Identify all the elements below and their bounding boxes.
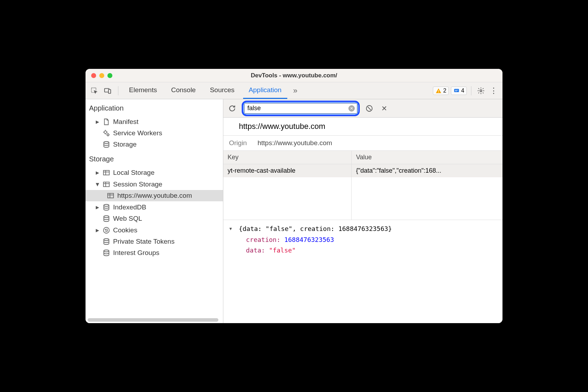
svg-rect-6: [455, 90, 458, 90]
sidebar-item-websql[interactable]: Web SQL: [86, 213, 223, 224]
database-icon: [102, 215, 110, 222]
svg-rect-4: [438, 92, 439, 93]
window-title: DevTools - www.youtube.com/: [86, 72, 502, 79]
svg-point-15: [104, 204, 109, 206]
refresh-icon[interactable]: [227, 103, 237, 114]
tab-sources[interactable]: Sources: [204, 82, 240, 99]
svg-point-10: [107, 134, 109, 136]
json-entry[interactable]: data: "false": [229, 245, 497, 256]
tree-label: IndexedDB: [113, 203, 146, 211]
tree-label: Interest Groups: [113, 249, 159, 257]
inspect-element-icon[interactable]: [89, 85, 100, 96]
svg-point-18: [105, 229, 106, 230]
svg-point-11: [104, 142, 109, 144]
svg-point-21: [107, 230, 108, 231]
origin-label: Origin: [229, 139, 247, 147]
file-icon: [102, 118, 110, 126]
origin-header: https://www.youtube.com: [223, 118, 502, 136]
svg-rect-14: [108, 194, 114, 198]
sidebar-item-local-storage[interactable]: ▸ Local Storage: [86, 167, 223, 178]
svg-point-17: [104, 227, 110, 233]
traffic-lights: [86, 73, 112, 78]
json-value: 1688476323563: [284, 236, 334, 243]
table-icon: [107, 192, 114, 200]
database-icon: [102, 203, 110, 211]
tree-label: Session Storage: [113, 180, 162, 188]
svg-point-20: [106, 231, 106, 231]
origin-value: https://www.youtube.com: [258, 139, 332, 147]
minimize-window-button[interactable]: [99, 73, 104, 78]
delete-icon[interactable]: ✕: [379, 103, 389, 114]
sidebar-item-session-storage[interactable]: ▾ Session Storage: [86, 178, 223, 190]
table-empty-area[interactable]: [223, 177, 502, 220]
tab-application[interactable]: Application: [243, 82, 287, 99]
expand-arrow-icon[interactable]: ▸: [225, 227, 236, 231]
more-tabs-icon[interactable]: »: [290, 85, 301, 96]
sidebar-item-service-workers[interactable]: Service Workers: [86, 127, 223, 139]
filter-bar: ✕ ✕: [223, 99, 502, 118]
main-panel: ✕ ✕ https://www.youtube.com Origin https…: [223, 99, 502, 323]
kebab-menu-icon[interactable]: ⋮: [488, 85, 499, 96]
filter-input[interactable]: [244, 103, 357, 114]
clear-filter-icon[interactable]: ✕: [348, 105, 355, 112]
cell-key: yt-remote-cast-available: [223, 164, 352, 177]
table-icon: [102, 169, 110, 177]
tree-label: https://www.youtube.com: [117, 192, 192, 200]
close-window-button[interactable]: [91, 73, 96, 78]
section-storage: Storage: [86, 150, 223, 167]
sidebar-item-storage[interactable]: Storage: [86, 139, 223, 150]
warnings-badge[interactable]: 2: [433, 87, 449, 95]
toolbar: Elements Console Sources Application » 2…: [86, 82, 502, 99]
titlebar: DevTools - www.youtube.com/: [86, 69, 502, 82]
origin-row: Origin https://www.youtube.com: [223, 136, 502, 151]
json-entry[interactable]: creation: 1688476323563: [229, 234, 497, 245]
svg-rect-3: [438, 90, 439, 91]
svg-rect-13: [104, 182, 110, 186]
json-preview: ▸ {data: "false", creation: 168847632356…: [223, 220, 502, 260]
toolbar-right: 2 4 ⋮: [433, 85, 499, 96]
sidebar-item-manifest[interactable]: ▸ Manifest: [86, 116, 223, 127]
database-icon: [102, 141, 110, 148]
horizontal-scrollbar[interactable]: [88, 318, 218, 322]
tree-label: Private State Tokens: [113, 238, 175, 245]
gears-icon: [102, 129, 110, 137]
clear-all-icon[interactable]: [364, 103, 375, 114]
svg-point-19: [107, 229, 107, 230]
svg-point-8: [480, 90, 482, 92]
database-icon: [102, 249, 110, 257]
tab-elements[interactable]: Elements: [123, 82, 163, 99]
col-value[interactable]: Value: [352, 151, 502, 164]
tree-label: Cookies: [113, 226, 137, 234]
tree-label: Web SQL: [113, 215, 142, 222]
table-icon: [102, 180, 110, 188]
svg-point-22: [104, 239, 109, 241]
sidebar-item-session-storage-origin[interactable]: https://www.youtube.com: [86, 190, 223, 201]
svg-rect-2: [108, 89, 111, 93]
device-toolbar-icon[interactable]: [102, 85, 113, 96]
maximize-window-button[interactable]: [107, 73, 112, 78]
col-key[interactable]: Key: [223, 151, 352, 164]
sidebar-item-private-state-tokens[interactable]: Private State Tokens: [86, 236, 223, 247]
messages-count: 4: [461, 88, 464, 94]
svg-rect-7: [455, 91, 457, 91]
sidebar: Application ▸ Manifest Service Workers S…: [86, 99, 223, 323]
sidebar-item-cookies[interactable]: ▸ Cookies: [86, 224, 223, 236]
json-key: data:: [246, 247, 265, 254]
table-row[interactable]: yt-remote-cast-available {"data":"false"…: [223, 164, 502, 177]
messages-badge[interactable]: 4: [451, 87, 467, 95]
storage-table: Key Value yt-remote-cast-available {"dat…: [223, 151, 502, 220]
divider: [118, 86, 118, 95]
tab-console[interactable]: Console: [165, 82, 201, 99]
json-summary: {data: "false", creation: 1688476323563}: [239, 225, 392, 232]
cookie-icon: [102, 226, 110, 234]
tree-label: Manifest: [113, 118, 139, 126]
settings-icon[interactable]: [476, 85, 486, 96]
svg-point-16: [104, 216, 109, 218]
tree-label: Storage: [113, 141, 137, 148]
warnings-count: 2: [443, 88, 446, 94]
table-header: Key Value: [223, 151, 502, 164]
json-summary-line[interactable]: ▸ {data: "false", creation: 168847632356…: [229, 224, 497, 234]
sidebar-item-interest-groups[interactable]: Interest Groups: [86, 247, 223, 259]
sidebar-item-indexeddb[interactable]: ▸ IndexedDB: [86, 201, 223, 213]
tree-label: Local Storage: [113, 169, 154, 177]
